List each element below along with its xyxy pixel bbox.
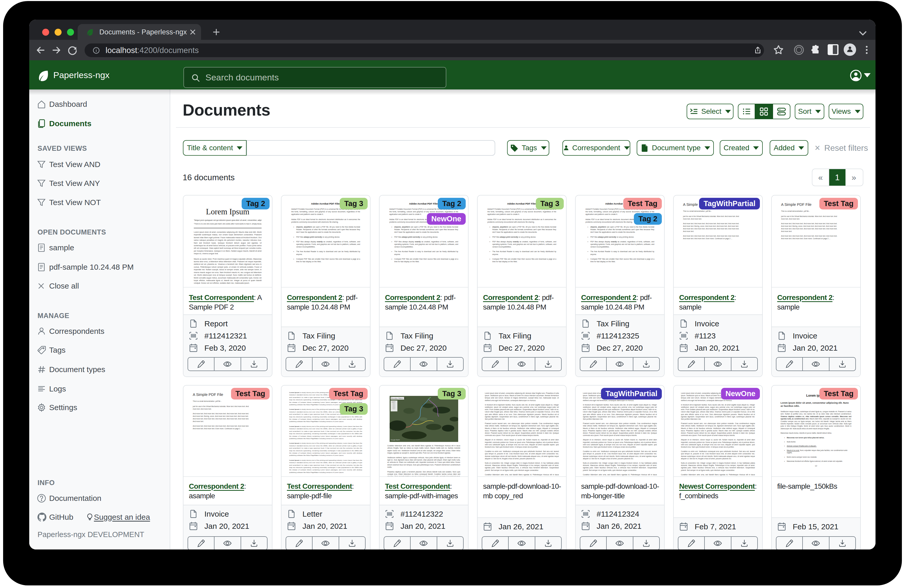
- svg-text:Google Earth: Google Earth: [391, 439, 400, 441]
- svg-text:— Day 4: — Day 4: [391, 407, 395, 408]
- svg-text:— Day 1: — Day 1: [391, 403, 395, 404]
- svg-text:— Day 3: — Day 3: [391, 406, 395, 407]
- svg-text:Boundary Waters Trip: Boundary Waters Trip: [391, 398, 406, 399]
- svg-text:Legend: Legend: [391, 401, 395, 403]
- svg-text:— Day 2: — Day 2: [391, 404, 395, 406]
- svg-text:— Day 5: — Day 5: [391, 408, 395, 409]
